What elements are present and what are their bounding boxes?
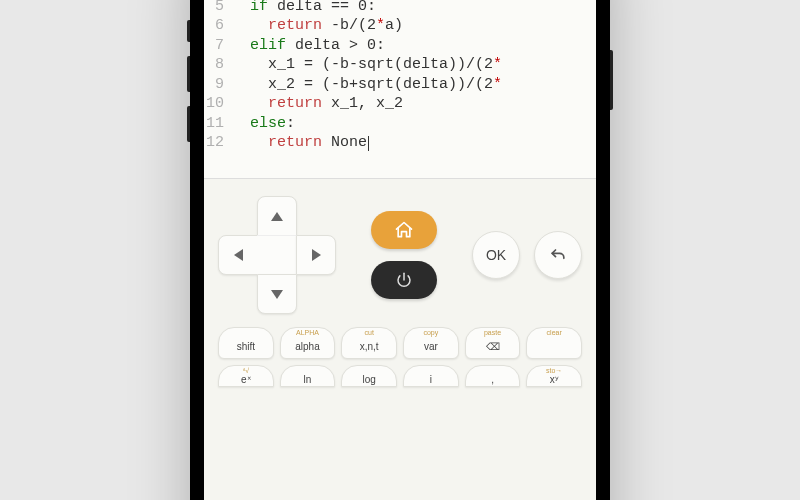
line-number: 5: [204, 0, 232, 16]
key-main-label: ,: [491, 374, 494, 385]
key-sup-label: cut: [365, 329, 374, 337]
key-main-label: eˣ: [241, 374, 251, 385]
key-sup-label: ALPHA: [296, 329, 319, 337]
text-cursor: [368, 136, 369, 151]
code-line: 11 else:: [204, 114, 590, 134]
arrow-right-icon: [312, 249, 321, 261]
line-number: 7: [204, 36, 232, 56]
phone-side-buttons-left: [187, 20, 190, 156]
arrow-left-icon: [234, 249, 243, 261]
key-main-label: shift: [237, 341, 255, 352]
key-i[interactable]: i: [403, 365, 459, 387]
key-main-label: ln: [304, 374, 312, 385]
dpad-down[interactable]: [257, 274, 297, 314]
key-main-label: xʸ: [550, 374, 559, 385]
line-number: 8: [204, 55, 232, 75]
code-content: return -b/(2*a): [232, 16, 590, 36]
home-icon: [394, 220, 414, 240]
phone-frame: 23def roots(a,b,c):4 delta = b*b-4*a*c5 …: [190, 0, 610, 500]
phone-side-buttons-right: [610, 50, 613, 110]
arrow-down-icon: [271, 290, 283, 299]
power-icon: [395, 271, 413, 289]
code-line: 10 return x_1, x_2: [204, 94, 590, 114]
code-line: 12 return None: [204, 133, 590, 153]
code-content: return None: [232, 133, 590, 153]
home-button[interactable]: [371, 211, 437, 249]
code-line: 8 x_1 = (-b-sqrt(delta))/(2*: [204, 55, 590, 75]
key-sup-label: ⁿ√: [243, 367, 249, 375]
code-line: 7 elif delta > 0:: [204, 36, 590, 56]
dpad: [218, 196, 336, 314]
ok-button[interactable]: OK: [472, 231, 520, 279]
key-var[interactable]: copyvar: [403, 327, 459, 359]
key-row-1: shiftALPHAalphacutx,n,tcopyvarpaste⌫clea…: [218, 327, 582, 359]
code-content: x_1 = (-b-sqrt(delta))/(2*: [232, 55, 590, 75]
key-row-2: ⁿ√eˣlnlogi,sto→xʸ: [218, 365, 582, 387]
nav-row: OK: [218, 195, 582, 315]
round-buttons: OK: [472, 231, 582, 279]
line-number: 6: [204, 16, 232, 36]
key-log[interactable]: log: [341, 365, 397, 387]
back-button[interactable]: [534, 231, 582, 279]
key-[interactable]: ,: [465, 365, 521, 387]
arrow-up-icon: [271, 212, 283, 221]
dpad-left[interactable]: [218, 235, 258, 275]
code-line: 6 return -b/(2*a): [204, 16, 590, 36]
key-main-label: alpha: [295, 341, 319, 352]
function-keys: shiftALPHAalphacutx,n,tcopyvarpaste⌫clea…: [218, 327, 582, 387]
line-number: 11: [204, 114, 232, 134]
key-xnt[interactable]: cutx,n,t: [341, 327, 397, 359]
line-number: 10: [204, 94, 232, 114]
key-sup-label: sto→: [546, 367, 562, 375]
key-ln[interactable]: ln: [280, 365, 336, 387]
dpad-up[interactable]: [257, 196, 297, 236]
key-shift[interactable]: shift: [218, 327, 274, 359]
code-line: 9 x_2 = (-b+sqrt(delta))/(2*: [204, 75, 590, 95]
key-main-label: x,n,t: [360, 341, 379, 352]
dpad-center: [257, 235, 297, 275]
key-[interactable]: paste⌫: [465, 327, 521, 359]
key-sup-label: paste: [484, 329, 501, 337]
line-number: 12: [204, 133, 232, 153]
key-e[interactable]: ⁿ√eˣ: [218, 365, 274, 387]
key-sup-label: clear: [547, 329, 562, 337]
key-main-label: var: [424, 341, 438, 352]
key-clear[interactable]: clear: [526, 327, 582, 359]
key-x[interactable]: sto→xʸ: [526, 365, 582, 387]
code-content: return x_1, x_2: [232, 94, 590, 114]
key-sup-label: copy: [423, 329, 438, 337]
key-main-label: log: [363, 374, 376, 385]
code-line: 5 if delta == 0:: [204, 0, 590, 16]
power-button[interactable]: [371, 261, 437, 299]
center-buttons: [371, 211, 437, 299]
code-content: else:: [232, 114, 590, 134]
code-editor[interactable]: 23def roots(a,b,c):4 delta = b*b-4*a*c5 …: [204, 0, 596, 179]
code-content: x_2 = (-b+sqrt(delta))/(2*: [232, 75, 590, 95]
line-number: 9: [204, 75, 232, 95]
code-content: if delta == 0:: [232, 0, 590, 16]
back-icon: [548, 245, 568, 265]
phone-screen: 23def roots(a,b,c):4 delta = b*b-4*a*c5 …: [204, 0, 596, 500]
dpad-right[interactable]: [296, 235, 336, 275]
key-main-label: ⌫: [486, 341, 500, 352]
keypad: OK shiftALPHAalphacutx,n,tcopyvarpaste⌫c…: [204, 179, 596, 500]
key-main-label: i: [430, 374, 432, 385]
key-alpha[interactable]: ALPHAalpha: [280, 327, 336, 359]
code-content: elif delta > 0:: [232, 36, 590, 56]
